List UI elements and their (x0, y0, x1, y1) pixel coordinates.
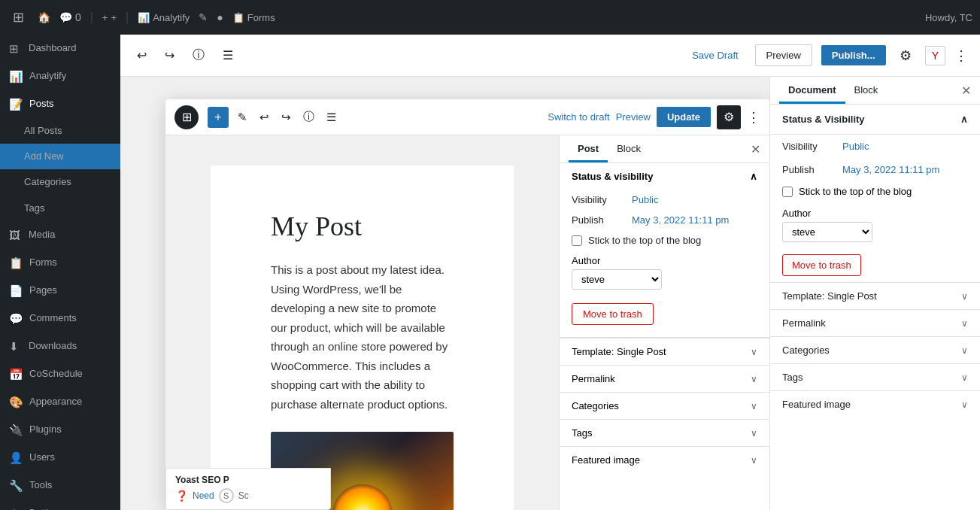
outer-tags-section[interactable]: Tags ∨ (770, 363, 980, 390)
permalink-section[interactable]: Permalink ∨ (560, 365, 769, 392)
outer-publish-value[interactable]: May 3, 2022 11:11 pm (842, 164, 939, 175)
outer-tab-document[interactable]: Document (779, 77, 845, 104)
outer-template-section[interactable]: Template: Single Post ∨ (770, 282, 980, 309)
update-button[interactable]: Update (657, 107, 711, 127)
collapsible-sections: Template: Single Post ∨ Permalink ∨ Cate… (560, 338, 769, 473)
outer-author-select[interactable]: steve (782, 222, 872, 242)
sidebar-item-users[interactable]: 👤 Users (0, 444, 120, 472)
home-icon[interactable]: 🏠 (38, 11, 50, 23)
featured-image-label: Featured image (572, 454, 640, 466)
analytify-icon: 📊 (9, 68, 23, 84)
template-label: Template: Single Post (572, 346, 666, 357)
publish-row: Publish May 3, 2022 11:11 pm (560, 210, 769, 230)
list-button[interactable]: ☰ (218, 45, 238, 65)
template-section[interactable]: Template: Single Post ∨ (560, 338, 769, 365)
save-draft-button[interactable]: Save Draft (684, 45, 745, 65)
move-to-trash-button[interactable]: Move to trash (572, 303, 654, 325)
outer-featured-image-section[interactable]: Featured image ∨ (770, 390, 980, 417)
settings-icon: ⚙ (9, 505, 23, 510)
sidebar-item-dashboard[interactable]: ⊞ Dashboard (0, 35, 120, 62)
sidebar-item-tools[interactable]: 🔧 Tools (0, 472, 120, 499)
outer-trash-button[interactable]: Move to trash (782, 254, 861, 276)
inner-info-button[interactable]: ⓘ (300, 107, 317, 127)
inner-list-button[interactable]: ☰ (323, 108, 339, 127)
inner-undo-button[interactable]: ↩ (256, 108, 272, 127)
posts-submenu: All Posts Add New Categories Tags (0, 118, 120, 221)
outer-categories-section[interactable]: Categories ∨ (770, 336, 980, 363)
tab-block[interactable]: Block (608, 135, 650, 162)
post-title[interactable]: My Post (271, 211, 454, 242)
inner-more-button[interactable]: ⋮ (747, 109, 760, 126)
yoast-help-icon[interactable]: ❓ (175, 490, 188, 502)
stick-label: Stick to the top of the blog (588, 235, 701, 246)
outer-stick-checkbox[interactable] (782, 187, 793, 197)
inner-add-block-button[interactable]: + (208, 107, 229, 128)
inner-edit-button[interactable]: ✎ (235, 108, 250, 127)
admin-bar: ⊞ 🏠 💬 0 | + + | 📊 Analytify ✎ ● 📋 Forms … (0, 0, 980, 35)
sidebar-item-plugins[interactable]: 🔌 Plugins (0, 416, 120, 444)
outer-panel-close-button[interactable]: ✕ (961, 83, 971, 98)
new-button[interactable]: + + (102, 12, 117, 23)
sidebar-categories[interactable]: Categories (0, 169, 120, 195)
redo-button[interactable]: ↪ (160, 45, 179, 65)
settings-gear-button[interactable]: ⚙ (895, 44, 916, 67)
editor-paper: My Post This is a post about my latest i… (211, 165, 514, 510)
categories-section[interactable]: Categories ∨ (560, 392, 769, 419)
inner-gear-button[interactable]: ⚙ (717, 105, 741, 129)
inner-editor-toolbar: ⊞ + ✎ ↩ ↪ ⓘ ☰ Switch to draft Preview Up… (165, 99, 769, 135)
tab-post[interactable]: Post (569, 135, 608, 162)
sidebar-item-media[interactable]: 🖼 Media (0, 221, 120, 249)
sidebar-all-posts[interactable]: All Posts (0, 118, 120, 144)
stick-to-top-checkbox[interactable] (572, 235, 582, 246)
analytify-bar[interactable]: 📊 Analytify (138, 12, 190, 23)
inner-preview-button[interactable]: Preview (616, 111, 651, 123)
featured-image-section[interactable]: Featured image ∨ (560, 446, 769, 473)
switch-to-draft-button[interactable]: Switch to draft (548, 111, 609, 123)
outer-author-row: Author steve (770, 202, 980, 248)
sidebar-item-coschedule[interactable]: 📅 CoSchedule (0, 360, 120, 388)
yoast-help-link[interactable]: Need (193, 490, 214, 501)
sidebar-item-comments[interactable]: 💬 Comments (0, 305, 120, 332)
inner-right-tabs: Post Block ✕ (560, 135, 769, 163)
sidebar-tags[interactable]: Tags (0, 196, 120, 221)
outer-permalink-section[interactable]: Permalink ∨ (770, 309, 980, 336)
comments-icon[interactable]: 💬 0 (59, 11, 81, 23)
edit-bar-icon[interactable]: ✎ (199, 11, 208, 23)
outer-visibility-value[interactable]: Public (842, 141, 869, 152)
undo-button[interactable]: ↩ (132, 45, 151, 65)
status-section-header[interactable]: Status & visibility ∧ (560, 163, 769, 190)
trash-section: Move to trash (560, 297, 769, 337)
preview-button[interactable]: Preview (755, 44, 812, 66)
sidebar-item-appearance[interactable]: 🎨 Appearance (0, 388, 120, 416)
publish-button[interactable]: Publish... (821, 45, 886, 65)
sidebar-item-settings[interactable]: ⚙ Settings (0, 499, 120, 510)
dot-bar-icon[interactable]: ● (217, 11, 223, 23)
sidebar-item-analytify[interactable]: 📊 Analytify (0, 62, 120, 90)
author-select[interactable]: steve (572, 269, 662, 290)
forms-bar[interactable]: 📋 Forms (232, 12, 275, 23)
publish-value[interactable]: May 3, 2022 11:11 pm (632, 214, 729, 226)
inner-redo-button[interactable]: ↪ (278, 108, 294, 127)
yoast-button[interactable]: Y (925, 46, 945, 65)
more-options-button[interactable]: ⋮ (954, 47, 968, 64)
visibility-value[interactable]: Public (632, 194, 658, 205)
post-body[interactable]: This is a post about my latest idea. Usi… (271, 260, 454, 414)
wp-logo[interactable]: ⊞ (8, 7, 29, 28)
tags-section[interactable]: Tags ∨ (560, 419, 769, 446)
editor-panel: ⊞ + ✎ ↩ ↪ ⓘ ☰ Switch to draft Preview Up… (120, 77, 769, 510)
sidebar-item-posts[interactable]: 📝 Posts (0, 90, 120, 118)
author-row: Author steve (560, 250, 769, 297)
sidebar-item-downloads[interactable]: ⬇ Downloads (0, 332, 120, 360)
outer-status-section-header[interactable]: Status & Visibility ∧ (770, 105, 980, 135)
sidebar-item-pages[interactable]: 📄 Pages (0, 277, 120, 305)
outer-tab-block[interactable]: Block (845, 77, 887, 104)
inner-wp-logo[interactable]: ⊞ (174, 105, 199, 129)
sidebar-add-new[interactable]: Add New (0, 144, 120, 169)
sidebar: ⊞ Dashboard 📊 Analytify 📝 Posts All Post… (0, 35, 120, 510)
publish-label: Publish (572, 214, 632, 226)
inner-editor-window: ⊞ + ✎ ↩ ↪ ⓘ ☰ Switch to draft Preview Up… (165, 99, 769, 510)
info-button[interactable]: ⓘ (188, 44, 209, 66)
inner-panel-close-button[interactable]: ✕ (751, 142, 760, 156)
sidebar-item-forms[interactable]: 📋 Forms (0, 249, 120, 277)
inner-editor-content[interactable]: My Post This is a post about my latest i… (165, 135, 559, 510)
